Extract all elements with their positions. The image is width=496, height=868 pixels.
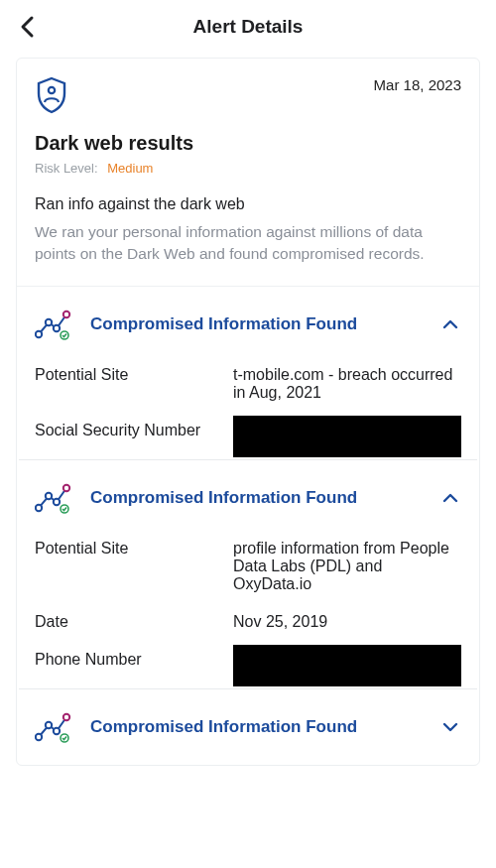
svg-point-4 bbox=[63, 311, 69, 317]
alert-subhead: Ran info against the dark web bbox=[17, 189, 479, 221]
svg-point-3 bbox=[54, 325, 60, 331]
kv-value: profile information from People Data Lab… bbox=[233, 540, 461, 593]
kv-value: t-mobile.com - breach occurred in Aug, 2… bbox=[233, 366, 461, 402]
alert-top-row: Mar 18, 2023 bbox=[17, 59, 479, 118]
alert-date: Mar 18, 2023 bbox=[374, 76, 461, 93]
page-title: Alert Details bbox=[193, 16, 304, 38]
accordion-title: Compromised Information Found bbox=[90, 314, 439, 334]
svg-point-13 bbox=[54, 728, 60, 734]
svg-point-2 bbox=[46, 319, 52, 325]
svg-point-1 bbox=[36, 331, 42, 337]
kv-label: Date bbox=[35, 613, 233, 631]
kv-row: Phone Number bbox=[17, 643, 479, 688]
redacted-value bbox=[233, 645, 461, 686]
chevron-left-icon bbox=[19, 15, 37, 39]
kv-row: Social Security Number bbox=[17, 414, 479, 459]
kv-label: Social Security Number bbox=[35, 422, 233, 439]
chevron-up-icon bbox=[439, 487, 461, 509]
svg-point-14 bbox=[63, 714, 69, 720]
risk-label: Risk Level: bbox=[35, 161, 98, 176]
alert-card: Mar 18, 2023 Dark web results Risk Level… bbox=[16, 58, 480, 766]
kv-label: Potential Site bbox=[35, 540, 233, 558]
kv-label: Phone Number bbox=[35, 651, 233, 669]
redacted-value bbox=[233, 416, 461, 457]
accordion-title: Compromised Information Found bbox=[90, 717, 439, 737]
accordion-title: Compromised Information Found bbox=[90, 488, 439, 508]
network-graph-icon bbox=[35, 711, 76, 743]
network-graph-icon bbox=[35, 309, 76, 340]
kv-row: Potential Site profile information from … bbox=[17, 532, 479, 605]
chevron-down-icon bbox=[439, 716, 461, 738]
risk-level: Risk Level: Medium bbox=[17, 161, 479, 189]
svg-point-0 bbox=[49, 87, 55, 93]
kv-label: Potential Site bbox=[35, 366, 233, 384]
network-graph-icon bbox=[35, 482, 76, 514]
app-header: Alert Details bbox=[0, 0, 496, 54]
chevron-up-icon bbox=[439, 313, 461, 335]
accordion-header[interactable]: Compromised Information Found bbox=[17, 689, 479, 761]
kv-row: Potential Site t-mobile.com - breach occ… bbox=[17, 358, 479, 414]
svg-point-6 bbox=[36, 505, 42, 511]
risk-value: Medium bbox=[107, 161, 153, 176]
kv-value: Nov 25, 2019 bbox=[233, 613, 461, 631]
svg-point-9 bbox=[63, 485, 69, 491]
accordion-header[interactable]: Compromised Information Found bbox=[17, 460, 479, 532]
svg-point-11 bbox=[36, 734, 42, 740]
accordion-header[interactable]: Compromised Information Found bbox=[17, 287, 479, 358]
svg-point-8 bbox=[54, 499, 60, 505]
back-button[interactable] bbox=[12, 11, 44, 43]
alert-title: Dark web results bbox=[17, 118, 479, 161]
kv-row: Date Nov 25, 2019 bbox=[17, 605, 479, 643]
alert-body: We ran your personal information against… bbox=[17, 221, 479, 286]
svg-point-7 bbox=[46, 493, 52, 499]
svg-point-12 bbox=[46, 722, 52, 728]
shield-icon bbox=[35, 76, 68, 118]
